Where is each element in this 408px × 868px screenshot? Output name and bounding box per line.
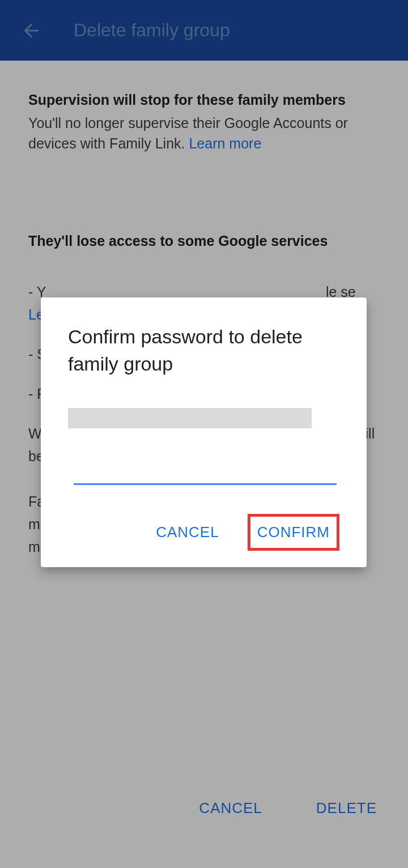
dialog-confirm-button[interactable]: CONFIRM (257, 524, 330, 541)
dialog-title: Confirm password to delete family group (68, 323, 339, 377)
modal-overlay: Confirm password to delete family group … (0, 0, 408, 868)
dialog-cancel-button[interactable]: CANCEL (146, 513, 229, 551)
email-masked-field (68, 408, 312, 428)
confirm-password-dialog: Confirm password to delete family group … (41, 297, 367, 567)
confirm-highlight: CONFIRM (248, 514, 339, 551)
password-input[interactable] (74, 463, 337, 485)
dialog-actions: CANCEL CONFIRM (68, 513, 339, 551)
